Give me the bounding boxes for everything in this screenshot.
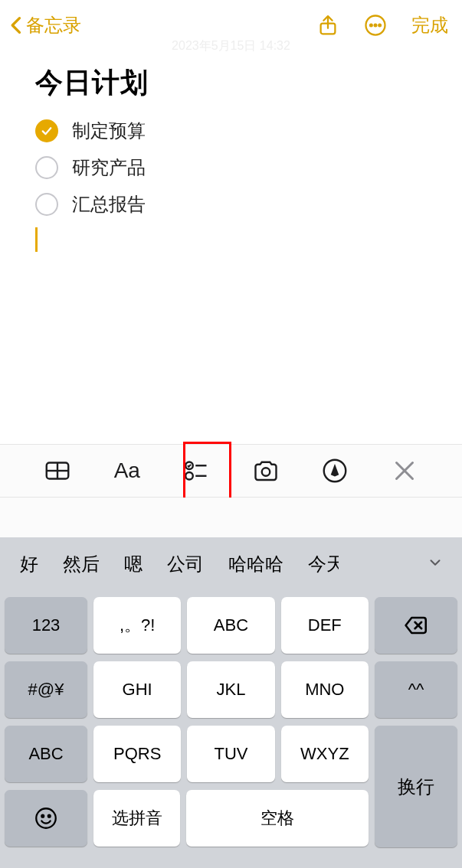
ellipsis-circle-icon (364, 14, 387, 37)
key-,。?![interactable]: ,。?! (93, 597, 181, 654)
back-label: 备忘录 (26, 13, 81, 38)
suggestion[interactable]: 好 (8, 552, 51, 576)
key-123[interactable]: 123 (5, 597, 87, 654)
key-abc[interactable]: ABC (187, 597, 274, 654)
key-tuv[interactable]: TUV (187, 726, 274, 782)
camera-button[interactable] (252, 457, 280, 485)
table-button[interactable] (44, 457, 71, 485)
key-select-pinyin[interactable]: 选拼音 (93, 790, 180, 847)
keyboard: 好然后嗯公司哈哈哈今天 123,。?!ABCDEF #@¥GHIJKLMNO^^… (0, 498, 462, 868)
emoji-icon (33, 805, 59, 831)
suggestion[interactable]: 今天 (296, 552, 339, 576)
svg-point-12 (262, 468, 270, 476)
share-icon (316, 14, 339, 37)
note-title[interactable]: 今日计划 (35, 64, 427, 102)
key-wxyz[interactable]: WXYZ (281, 726, 369, 782)
close-icon (391, 457, 418, 485)
suggestion-bar: 好然后嗯公司哈哈哈今天 (0, 537, 462, 591)
key-1[interactable]: GHI (93, 661, 181, 718)
key-return[interactable]: 换行 (375, 726, 457, 847)
checklist-row[interactable]: 研究产品 (35, 149, 427, 186)
checklist-row[interactable]: 制定预算 (35, 113, 427, 149)
checklist-text[interactable]: 研究产品 (72, 155, 146, 180)
chevron-left-icon (6, 15, 28, 36)
suggestion[interactable]: 然后 (51, 552, 112, 576)
more-button[interactable] (364, 14, 387, 37)
unchecked-circle-icon[interactable] (35, 156, 58, 179)
suggestion[interactable]: 公司 (155, 552, 216, 576)
markup-button[interactable] (321, 457, 349, 485)
delete-icon (403, 612, 429, 638)
close-toolbar-button[interactable] (391, 457, 418, 485)
svg-point-18 (36, 808, 56, 828)
checklist-text[interactable]: 制定预算 (72, 119, 146, 143)
chevron-down-icon (427, 554, 444, 571)
suggestion[interactable]: 嗯 (112, 552, 155, 576)
key-2[interactable]: JKL (187, 661, 274, 718)
svg-point-2 (370, 24, 372, 27)
checklist-button[interactable] (182, 457, 210, 485)
camera-icon (252, 457, 280, 485)
text-format-button[interactable]: Aa (113, 457, 141, 485)
svg-point-4 (378, 24, 381, 27)
key-space[interactable]: 空格 (186, 790, 369, 847)
pen-circle-icon (321, 457, 349, 485)
svg-point-20 (48, 815, 51, 817)
text-cursor (35, 227, 38, 252)
checklist-text[interactable]: 汇总报告 (72, 192, 146, 217)
suggestion[interactable]: 哈哈哈 (216, 552, 296, 576)
svg-point-19 (41, 815, 44, 817)
key-emoji[interactable] (5, 790, 87, 847)
suggestions-expand[interactable] (416, 554, 454, 574)
back-button[interactable]: 备忘录 (6, 13, 81, 38)
share-button[interactable] (316, 14, 339, 37)
svg-point-3 (375, 24, 377, 27)
checklist-row[interactable]: 汇总报告 (35, 186, 427, 223)
key-pqrs[interactable]: PQRS (93, 726, 181, 782)
key-4[interactable]: ^^ (375, 661, 457, 718)
key-def[interactable]: DEF (281, 597, 369, 654)
checked-circle-icon[interactable] (35, 119, 58, 142)
checklist-icon (182, 457, 210, 485)
table-icon (44, 457, 71, 485)
key-0[interactable]: #@¥ (5, 661, 87, 718)
key-delete[interactable] (375, 597, 457, 654)
svg-point-10 (185, 472, 193, 480)
unchecked-circle-icon[interactable] (35, 193, 58, 216)
format-toolbar: Aa (0, 444, 462, 498)
key-3[interactable]: MNO (281, 661, 369, 718)
done-button[interactable]: 完成 (411, 13, 448, 38)
key-abc-mode[interactable]: ABC (5, 726, 87, 782)
